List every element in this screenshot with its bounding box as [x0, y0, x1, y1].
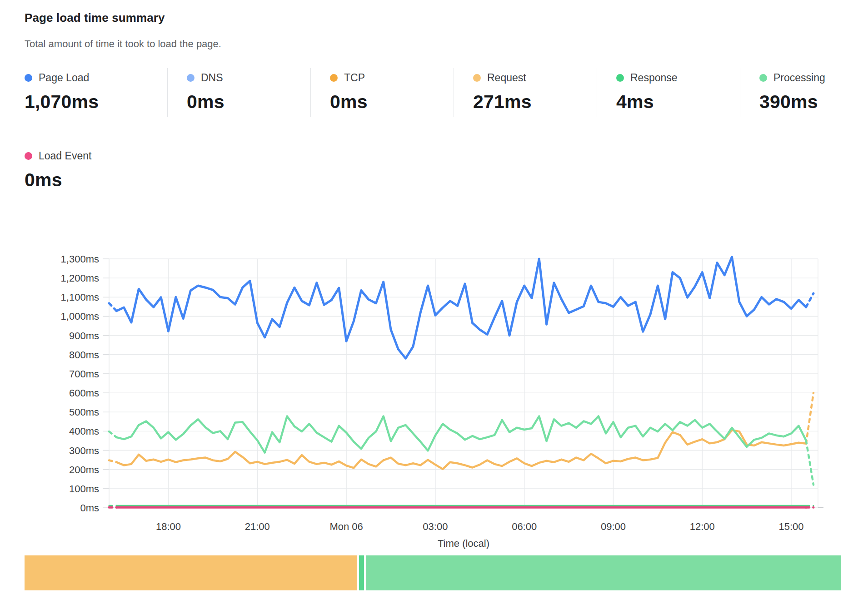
page-subtitle: Total amount of time it took to load the…	[25, 38, 221, 50]
metric-summary-row: Page Load 1,070ms DNS 0ms TCP 0ms Reques…	[25, 68, 868, 117]
y-tick-label: 500ms	[69, 406, 99, 418]
status-segment-degraded[interactable]	[25, 555, 357, 590]
metric-processing[interactable]: Processing 390ms	[740, 68, 868, 117]
metric-tcp[interactable]: TCP 0ms	[310, 68, 454, 117]
y-tick-label: 300ms	[69, 445, 99, 456]
y-tick-label: 100ms	[69, 483, 99, 495]
metric-page-load[interactable]: Page Load 1,070ms	[25, 68, 167, 117]
metric-summary-row-2: Load Event 0ms	[25, 146, 167, 195]
x-tick-label: 21:00	[245, 521, 270, 532]
request-legend-dot-icon	[473, 74, 481, 82]
page-load-legend-dot-icon	[25, 74, 32, 82]
x-tick-label: 15:00	[779, 521, 804, 532]
metric-response[interactable]: Response 4ms	[597, 68, 740, 117]
metric-label: Response	[630, 72, 678, 84]
status-segment-passing[interactable]	[366, 555, 841, 590]
x-axis-title: Time (local)	[438, 538, 489, 549]
series-dash-head	[109, 431, 116, 437]
y-tick-label: 200ms	[69, 464, 99, 475]
metric-label: Request	[487, 72, 526, 84]
series-dash-tail	[806, 441, 813, 485]
y-tick-label: 400ms	[69, 426, 99, 437]
page-load-summary-panel: Page load time summary Total amount of t…	[0, 0, 868, 614]
timeseries-chart[interactable]: 0ms100ms200ms300ms400ms500ms600ms700ms80…	[0, 245, 868, 554]
x-tick-label: 03:00	[423, 521, 448, 532]
metric-label: DNS	[201, 72, 223, 84]
metric-value: 271ms	[473, 91, 597, 113]
y-tick-label: 1,000ms	[61, 311, 99, 322]
metric-request[interactable]: Request 271ms	[454, 68, 597, 117]
metric-label: Processing	[773, 72, 825, 84]
metric-label: Page Load	[39, 72, 89, 84]
status-strip	[25, 555, 844, 590]
tcp-legend-dot-icon	[330, 74, 338, 82]
y-tick-label: 800ms	[69, 349, 99, 361]
y-tick-label: 1,200ms	[61, 272, 99, 284]
status-segment-passing[interactable]	[359, 555, 364, 590]
x-tick-label: Mon 06	[329, 521, 363, 532]
series-line-page-load	[116, 257, 806, 358]
x-tick-label: 06:00	[512, 521, 537, 532]
series-dash-head	[109, 460, 116, 462]
metric-label: TCP	[344, 72, 365, 84]
x-tick-label: 12:00	[690, 521, 715, 532]
metric-value: 0ms	[330, 91, 454, 113]
series-dash-head	[109, 303, 116, 311]
page-title: Page load time summary	[25, 11, 165, 25]
processing-legend-dot-icon	[759, 74, 767, 82]
series-dash-tail	[806, 393, 813, 444]
y-tick-label: 0ms	[80, 502, 99, 514]
series-dash-tail	[806, 293, 813, 307]
metric-dns[interactable]: DNS 0ms	[167, 68, 310, 117]
metric-value: 0ms	[187, 91, 310, 113]
metric-value: 4ms	[616, 91, 740, 113]
dns-legend-dot-icon	[187, 74, 195, 82]
y-tick-label: 1,300ms	[61, 253, 99, 265]
metric-load-event[interactable]: Load Event 0ms	[25, 146, 167, 195]
y-tick-label: 900ms	[69, 330, 99, 342]
response-legend-dot-icon	[616, 74, 624, 82]
y-tick-label: 700ms	[69, 368, 99, 380]
metric-value: 390ms	[759, 91, 868, 113]
load-event-legend-dot-icon	[25, 152, 32, 160]
x-tick-label: 09:00	[601, 521, 626, 532]
series-line-processing	[116, 416, 806, 453]
metric-value: 1,070ms	[25, 91, 167, 113]
metric-value: 0ms	[25, 169, 167, 191]
y-tick-label: 1,100ms	[61, 292, 99, 303]
x-tick-label: 18:00	[156, 521, 181, 532]
metric-label: Load Event	[39, 150, 91, 162]
y-tick-label: 600ms	[69, 387, 99, 399]
